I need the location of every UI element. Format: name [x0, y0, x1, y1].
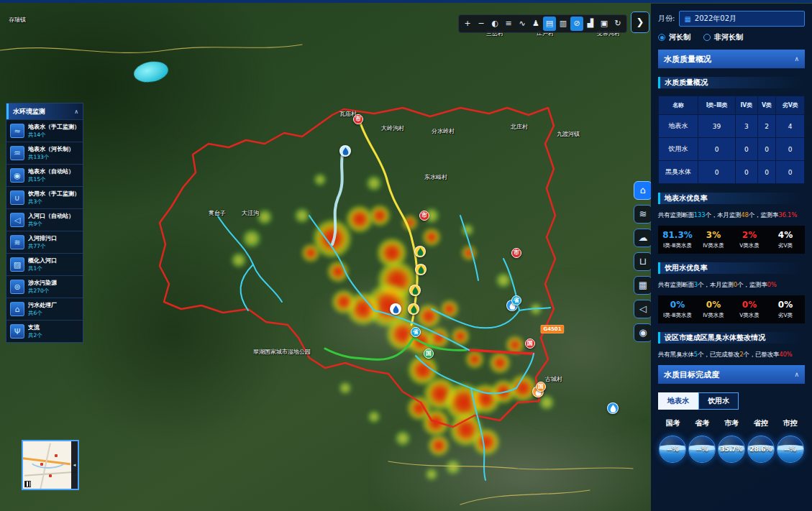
gauge-city-exam: 市考 35.7% — [717, 418, 747, 463]
legend-item[interactable]: ⊚涉水污染源共270个 — [6, 275, 83, 298]
water-ball-icon: 28.6% — [747, 436, 775, 463]
station-level-badge[interactable]: 国 — [536, 382, 546, 392]
broadcast-icon[interactable]: ◁ — [634, 300, 652, 318]
legend-item[interactable]: ⌂污水处理厂共6个 — [6, 298, 83, 320]
contrast-icon[interactable]: ◐ — [488, 17, 501, 31]
factory-icon[interactable]: ▦ — [634, 276, 652, 295]
gauge-national-exam: 国考 --% — [658, 418, 688, 463]
legend-icon[interactable]: ≡ — [502, 17, 515, 31]
station-level-badge[interactable]: 市 — [419, 211, 429, 221]
month-label: 月份: — [658, 14, 675, 24]
minimap-marker — [55, 454, 58, 457]
monitor-station-marker[interactable] — [409, 285, 421, 296]
monitor-station-marker[interactable] — [414, 246, 426, 257]
water-ball-icon: --% — [688, 436, 716, 463]
monitor-station-marker[interactable] — [415, 264, 426, 275]
legend-item-label: 地表水（自动站） — [28, 167, 74, 175]
visibility-icon[interactable]: ⊘ — [570, 17, 583, 31]
chevron-up-icon[interactable]: ∧ — [794, 55, 799, 63]
legend-item-label: 入河排污口 — [28, 234, 57, 242]
legend-item-count: 共9个 — [28, 221, 74, 228]
layer-type-icon: ≋ — [10, 235, 24, 249]
target-tabs: 地表水 饮用水 — [658, 392, 805, 410]
station-level-badge[interactable]: 省 — [511, 295, 521, 305]
legend-panel-title: 水环境监测 — [13, 107, 45, 116]
monitor-station-marker[interactable] — [390, 303, 401, 315]
stats-panel: 月份: ▦ 2022年02月 河长制 非河长制 水质质量概况 ∧ 水质质量概况 — [651, 4, 812, 511]
droplet-icon — [610, 405, 616, 413]
legend-item-label: 概化入河口 — [28, 257, 57, 264]
col-class5: Ⅴ类 — [757, 96, 776, 115]
layer-type-icon: ⊚ — [10, 280, 24, 294]
rain-cloud-icon[interactable]: ☁ — [634, 229, 652, 247]
station-level-badge[interactable]: 国 — [424, 349, 434, 359]
zoom-out-icon[interactable]: − — [475, 17, 488, 31]
station-level-badge[interactable]: 省 — [411, 327, 421, 337]
legend-item-count: 共2个 — [28, 332, 42, 339]
legend-item[interactable]: ≈地表水（手工监测）共14个 — [6, 119, 83, 142]
legend-item[interactable]: Ψ支流共2个 — [6, 320, 83, 342]
subsection-black-odor: 设区市建成区黑臭水体整改情况 — [658, 332, 805, 344]
stat-class5: 0% Ⅴ类水质 — [731, 300, 767, 319]
layer-type-icon: ♒ — [10, 146, 24, 160]
radio-river-chief[interactable]: 河长制 — [658, 32, 690, 42]
chevron-up-icon[interactable]: ∧ — [794, 371, 799, 378]
measure-icon[interactable]: ∿ — [516, 17, 529, 31]
gauge-province-control: 省控 28.6% — [746, 418, 775, 463]
legend-item[interactable]: ▨概化入河口共1个 — [6, 253, 83, 275]
legend-item[interactable]: ♒地表水（河长制）共133个 — [6, 142, 83, 164]
tab-drinking-water[interactable]: 饮用水 — [698, 392, 739, 410]
chevron-up-icon[interactable]: ∧ — [74, 109, 78, 115]
split-screen-icon[interactable]: ▥ — [557, 17, 570, 31]
surface-stat-box: 81.3% Ⅰ类-Ⅲ类水质 3% Ⅳ类水质 2% Ⅴ类水质 4% 劣Ⅴ类 — [658, 226, 805, 254]
subsection-drinking-rate: 饮用水优良率 — [658, 262, 805, 274]
month-picker[interactable]: ▦ 2022年02月 — [679, 11, 805, 27]
legend-item[interactable]: ◁入河口（自动站）共9个 — [6, 208, 83, 231]
month-value: 2022年02月 — [695, 14, 736, 24]
section-water-quality[interactable]: 水质质量概况 ∧ — [658, 50, 805, 68]
col-class1-3: Ⅰ类-Ⅲ类 — [698, 96, 736, 115]
layer-type-icon: ∪ — [10, 190, 24, 205]
section-target-completion[interactable]: 水质目标完成度 ∧ — [658, 365, 805, 384]
legend-panel-header[interactable]: 水环境监测 ∧ — [6, 103, 83, 119]
layer-type-icon: ≈ — [10, 124, 24, 138]
basemap-icon[interactable]: ▣ — [598, 17, 611, 31]
chart-icon[interactable]: ▟ — [584, 17, 597, 31]
droplet-icon — [417, 248, 424, 256]
river-flow-icon[interactable]: ≋ — [634, 205, 652, 224]
station-level-badge[interactable]: 市 — [353, 114, 363, 124]
street-view-icon[interactable]: ♟ — [529, 17, 542, 31]
tab-surface-water[interactable]: 地表水 — [658, 392, 698, 410]
overview-minimap[interactable]: ◂ — [22, 440, 79, 490]
monitor-station-marker[interactable] — [339, 145, 351, 157]
reset-icon[interactable]: ↻ — [611, 17, 624, 31]
app-root: 存瑞镇三岔村庄户村交界河村瓦庙村大岭沟村分水岭村北庄村九渡河镇东水峪村黄台子大洼… — [0, 0, 812, 511]
stat-worse5: 4% 劣Ⅴ类 — [767, 230, 803, 249]
fingerprint-icon[interactable]: ◉ — [634, 323, 652, 342]
water-ball-icon: --% — [777, 436, 804, 463]
stat-class4: 0% Ⅳ类水质 — [695, 300, 731, 319]
legend-item[interactable]: ≋入河排污口共77个 — [6, 231, 83, 253]
water-cup-icon[interactable]: ⊔ — [634, 252, 652, 271]
legend-item-label: 地表水（手工监测） — [28, 123, 79, 131]
quality-table: 名称 Ⅰ类-Ⅲ类 Ⅳ类 Ⅴ类 劣Ⅴ类 地表水 39 3 2 4 饮用水 0 0 … — [658, 96, 805, 184]
layers-icon[interactable]: ▤ — [543, 17, 556, 31]
monitor-station-marker[interactable] — [408, 303, 419, 315]
radio-label: 非河长制 — [714, 32, 743, 42]
droplet-icon — [412, 287, 419, 295]
panel-collapse-button[interactable]: ❯ — [631, 11, 649, 33]
drinking-stat-box: 0% Ⅰ类-Ⅲ类水质 0% Ⅳ类水质 0% Ⅴ类水质 0% 劣Ⅴ类 — [658, 295, 805, 323]
legend-item[interactable]: ◉地表水（自动站）共15个 — [6, 164, 83, 186]
col-worse5: 劣Ⅴ类 — [776, 96, 805, 115]
radio-non-river-chief[interactable]: 非河长制 — [703, 32, 743, 42]
station-lock-icon[interactable]: ⌂ — [634, 181, 652, 200]
station-level-badge[interactable]: 国 — [525, 339, 535, 349]
legend-item-label: 污水处理厂 — [28, 301, 57, 309]
section-title: 水质目标完成度 — [664, 369, 719, 380]
water-ball-icon: 35.7% — [718, 436, 745, 463]
zoom-in-icon[interactable]: + — [461, 17, 474, 31]
legend-item[interactable]: ∪饮用水（手工监测）共3个 — [6, 186, 83, 208]
monitor-station-marker[interactable] — [607, 402, 619, 414]
minimap-collapse-handle[interactable]: ◂ — [71, 441, 78, 489]
station-level-badge[interactable]: 市 — [511, 248, 521, 258]
